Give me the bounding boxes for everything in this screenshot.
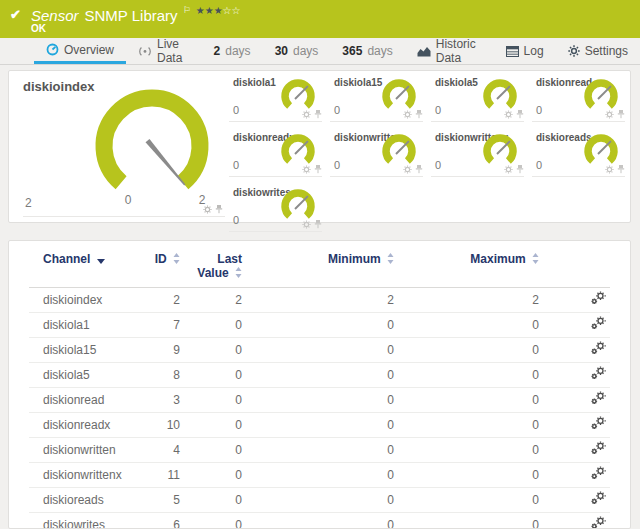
column-header-minimum[interactable]: Minimum [246,241,398,288]
primary-gauge-chart [87,89,217,199]
channel-settings-button[interactable] [591,516,606,529]
cell-minimum: 0 [246,438,398,463]
gears-icon [591,291,606,305]
small-gauge-tile[interactable]: diskionread 0 [532,75,625,122]
primary-gauge-label: diskioindex [23,79,95,94]
small-gauge-value: 0 [536,159,542,171]
gauge-settings-gear-icon[interactable] [302,220,311,229]
gears-icon [591,466,606,480]
table-row: diskionwritten 4 0 0 0 [29,438,610,463]
gauge-settings-gear-icon[interactable] [504,110,513,119]
cell-last-value: 0 [184,413,246,438]
gauge-settings-gear-icon[interactable] [403,110,412,119]
cell-minimum: 0 [246,413,398,438]
small-gauge-tile[interactable]: diskiola5 0 [431,75,524,122]
gauge-settings-gear-icon[interactable] [302,110,311,119]
cell-maximum: 0 [398,488,543,513]
gauge-settings-gear-icon[interactable] [504,165,513,174]
cell-channel: diskiola15 [29,338,144,363]
cell-id: 7 [144,313,184,338]
cell-channel: diskiola1 [29,313,144,338]
channel-settings-button[interactable] [591,441,606,455]
sensor-kind-label: Sensor [31,7,79,24]
sensor-title-line: SensorSNMP Library⚐★★★☆☆ [31,5,241,24]
tab-365-days-number: 365 [342,44,362,58]
cell-last-value: 0 [184,463,246,488]
tab-settings[interactable]: Settings [556,38,640,64]
flag-icon[interactable]: ⚐ [183,5,191,15]
channel-settings-button[interactable] [591,316,606,330]
gauge-icon [46,43,59,56]
priority-stars-empty: ☆☆ [223,5,241,16]
column-header-id[interactable]: ID [144,241,184,288]
cell-minimum: 2 [246,288,398,313]
gauge-pin-icon[interactable] [617,110,625,119]
cell-id: 11 [144,463,184,488]
small-gauge-tile[interactable]: diskionwritten 0 [330,130,423,177]
tab-live-data-label: Live Data [157,37,190,65]
gauge-pin-icon[interactable] [215,205,223,214]
cell-channel: diskionread [29,388,144,413]
cell-maximum: 0 [398,313,543,338]
column-header-channel[interactable]: Channel [29,241,144,288]
gauge-pin-icon[interactable] [516,165,524,174]
tab-live-data[interactable]: Live Data [126,38,202,64]
table-row: diskionwrittenx 11 0 0 0 [29,463,610,488]
gauge-pin-icon[interactable] [314,220,322,229]
tab-overview[interactable]: Overview [34,38,126,64]
gears-icon [591,341,606,355]
small-gauge-tile[interactable]: diskionwrittenx 0 [431,130,524,177]
sort-icon [387,253,394,267]
gauge-pin-icon[interactable] [516,110,524,119]
cell-maximum: 0 [398,363,543,388]
gears-icon [591,516,606,529]
page-title: SNMP Library [85,7,178,24]
cell-channel: diskiowrites [29,513,144,529]
gauge-settings-gear-icon[interactable] [605,165,614,174]
prtg-sensor-page: ✔ SensorSNMP Library⚐★★★☆☆ OK Overview L… [0,0,640,529]
table-row: diskiola15 9 0 0 0 [29,338,610,363]
small-gauge-tile[interactable]: diskiola15 0 [330,75,423,122]
column-header-last-value[interactable]: Last Value [184,241,246,288]
small-gauge-value: 0 [334,159,340,171]
gauge-pin-icon[interactable] [415,110,423,119]
gauge-pin-icon[interactable] [314,110,322,119]
table-row: diskiola1 7 0 0 0 [29,313,610,338]
tab-30-days[interactable]: 30 days [263,38,331,64]
tab-log[interactable]: Log [494,38,556,64]
channels-panel: Channel ID Last Value Minimum [8,240,631,529]
gauge-settings-gear-icon[interactable] [605,110,614,119]
channel-settings-button[interactable] [591,466,606,480]
tab-2-days-unit: days [225,44,250,58]
cell-maximum: 0 [398,338,543,363]
gauge-pin-icon[interactable] [314,165,322,174]
primary-gauge-tile[interactable]: diskioindex 2 0 2 [15,75,227,217]
channel-settings-button[interactable] [591,366,606,380]
tab-2-days[interactable]: 2 days [202,38,263,64]
gauge-pin-icon[interactable] [415,165,423,174]
channel-settings-button[interactable] [591,491,606,505]
small-gauge-tile[interactable]: diskionreadx 0 [229,130,322,177]
tab-historic-data[interactable]: Historic Data [405,38,494,64]
channel-settings-button[interactable] [591,416,606,430]
small-gauge-tile[interactable]: diskioreads 0 [532,130,625,177]
tab-365-days[interactable]: 365 days [330,38,404,64]
column-header-maximum[interactable]: Maximum [398,241,543,288]
column-header-minimum-label: Minimum [328,252,381,266]
small-gauge-value: 0 [435,104,441,116]
priority-stars[interactable]: ★★★☆☆ [196,5,241,16]
cell-id: 6 [144,513,184,529]
channel-settings-button[interactable] [591,391,606,405]
small-gauge-tile[interactable]: diskiola1 0 [229,75,322,122]
small-gauge-tile[interactable]: diskiowrites 0 [229,185,322,232]
gauge-settings-gear-icon[interactable] [302,165,311,174]
live-icon [138,46,152,57]
small-gauge-value: 0 [233,159,239,171]
gauge-settings-gear-icon[interactable] [403,165,412,174]
cell-minimum: 0 [246,463,398,488]
gauge-settings-gear-icon[interactable] [203,205,212,214]
gears-icon [591,391,606,405]
gauge-pin-icon[interactable] [617,165,625,174]
channel-settings-button[interactable] [591,341,606,355]
channel-settings-button[interactable] [591,291,606,305]
